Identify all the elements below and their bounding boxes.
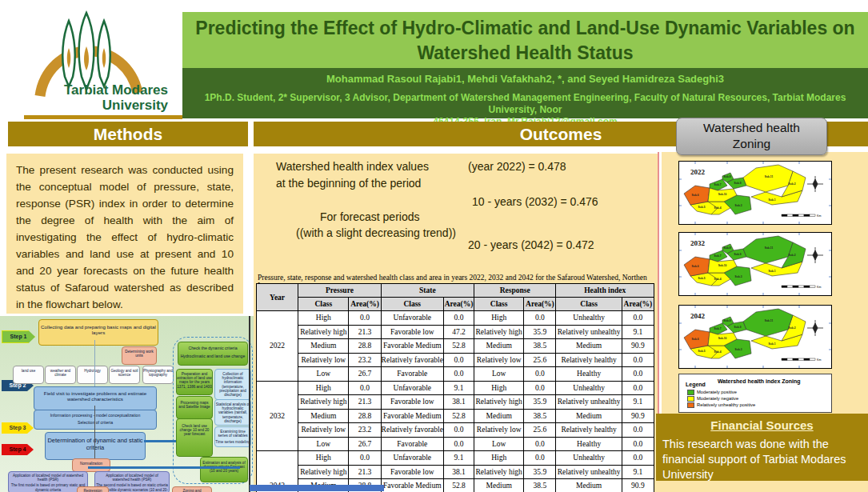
flowchart-right-border [249,316,250,492]
table-cell: Relatively high [474,325,524,339]
table-cell: Low [474,367,524,382]
table-row: Relatively low23.2Relatively favorable0.… [257,353,654,367]
table-cell: Unhealthy [556,451,622,466]
svg-text:Sub-5: Sub-5 [698,277,706,280]
bottom-blue-bar [250,485,384,491]
svg-text:Sub-10: Sub-10 [718,193,727,196]
svg-text:Sub-11: Sub-11 [765,246,774,250]
sub-header: Area(%) [622,298,654,311]
outcomes-intro-line2: at the beginning of the period [276,177,421,190]
table-row: Relatively high21.3Favorable low38.1Rela… [257,395,654,410]
table-row: Medium28.8Favorable Medium52.8Medium38.5… [257,409,654,423]
table-cell: High [298,311,349,326]
table-cell: Medium [298,339,349,354]
svg-text:Sub-11: Sub-11 [765,319,774,322]
methods-header: Methods [8,122,248,146]
table-cell: Favorable low [381,325,443,339]
legend-swatch-icon [687,390,694,395]
svg-text:Sub-7: Sub-7 [714,183,722,186]
flow-connector [94,340,95,386]
table-cell: 0.0 [622,367,654,382]
svg-text:Sub-6: Sub-6 [692,194,699,197]
psr-table-header: Year Pressure State Response Health inde… [257,284,654,311]
table-cell: Medium [556,339,622,354]
table-cell: Relatively high [474,395,524,410]
svg-text:Sub-2: Sub-2 [789,254,796,257]
sub-header: Class [381,298,443,311]
svg-text:Sub-7: Sub-7 [714,254,722,258]
financial-sources-box: Financial Sources This research was done… [656,414,868,481]
sub-header: Class [298,298,349,311]
outcomes-forecast-line1: For forecast periods [320,210,420,223]
table-cell: 90.9 [622,409,654,423]
flow-connector [144,440,176,442]
svg-text:Km: Km [817,286,821,289]
svg-text:Sub-4: Sub-4 [714,278,722,281]
table-cell: 0.0 [622,311,654,326]
compass-icon [807,320,823,336]
table-cell: Relatively high [298,395,349,410]
table-cell: 9.1 [622,465,654,479]
table-cell: Relatively unhealthy [556,395,622,410]
table-cell: 28.8 [349,339,381,354]
table-cell: Relatively low [474,423,524,438]
table-row: Relatively high21.3Favorable low47.2Rela… [257,325,654,339]
poster-title-line2: Watershed Health Status [182,41,868,66]
table-row: Low26.7Favorable0.0Low0.0Healthy0.0 [257,437,654,451]
table-cell: 9.1 [443,451,474,466]
flow-field-visit-box: Field visit to investigate problems and … [34,386,157,410]
flow-collect-box: Collecting data and preparing basic maps… [38,319,158,346]
svg-text:Sub-3: Sub-3 [735,204,742,207]
table-cell: 21.3 [349,395,381,410]
svg-text:Sub-3: Sub-3 [735,348,742,351]
table-cell: Relatively high [474,465,524,479]
table-cell: Medium [556,409,622,423]
table-cell: 21.3 [349,325,381,339]
table-cell: Relatively low [298,353,349,367]
table-cell: 9.1 [622,325,654,339]
table-cell: 9.1 [443,381,474,395]
legend-item: Relatively unhealthy positive [687,402,755,408]
table-cell: 0.0 [443,353,474,367]
year-cell: 2022 [257,311,298,382]
table-cell: Relatively low [298,423,349,438]
table-cell: 0.0 [622,381,654,395]
table-cell: Relatively favorable [381,353,443,367]
flow-estimation-box: Estimation and analysis of dynamic crite… [200,457,248,482]
table-row: 2042High0.0Unfavorable9.1High0.0Unhealth… [257,451,654,466]
table-cell: 0.0 [349,311,381,326]
table-cell: 0.0 [622,451,654,466]
table-cell: Medium [474,479,524,492]
table-cell: Low [474,437,524,451]
table-cell: 0.0 [349,381,381,395]
table-cell: Favorable low [381,465,443,479]
table-cell: 0.0 [524,311,556,326]
table-cell: 0.0 [622,423,654,438]
zoning-map-2032: Sub-1Sub-2Sub-3Sub-4Sub-5Sub-6Sub-7Sub-8… [678,232,832,296]
table-cell: Favorable Medium [381,409,443,423]
table-cell: 90.9 [622,479,654,492]
table-cell: 0.0 [622,353,654,367]
table-cell: Relatively healthy [556,353,622,367]
svg-text:Sub-9: Sub-9 [734,253,742,256]
table-cell: Unfavorable [381,451,443,466]
poster-title-band: Predicting the Effect of Hydro-Climatic … [182,12,868,68]
flow-input-box: Hydrology [77,366,108,384]
outcomes-forecast-line2: ((with a slight decreasing trend)) [296,226,456,239]
legend-item: Moderately positive [687,390,737,395]
table-cell: High [474,311,524,326]
gold-divider [24,115,182,119]
svg-text:Sub-1: Sub-1 [769,198,776,202]
table-cell: 52.8 [443,409,474,423]
legend-title: Watershed health index Zoning [718,378,801,384]
map-legend: Legend Watershed health index Zoning Mod… [678,374,832,413]
table-cell: Medium [556,479,622,492]
outcomes-intro-line1: Watershed health index values [276,160,429,173]
svg-text:Km: Km [817,358,821,362]
svg-text:Sub-9: Sub-9 [734,326,742,329]
table-cell: High [298,381,349,395]
compass-icon [807,176,823,192]
sub-header: Class [556,298,622,311]
flow-step1: Step 1 [2,330,35,343]
table-cell: 0.0 [524,437,556,451]
